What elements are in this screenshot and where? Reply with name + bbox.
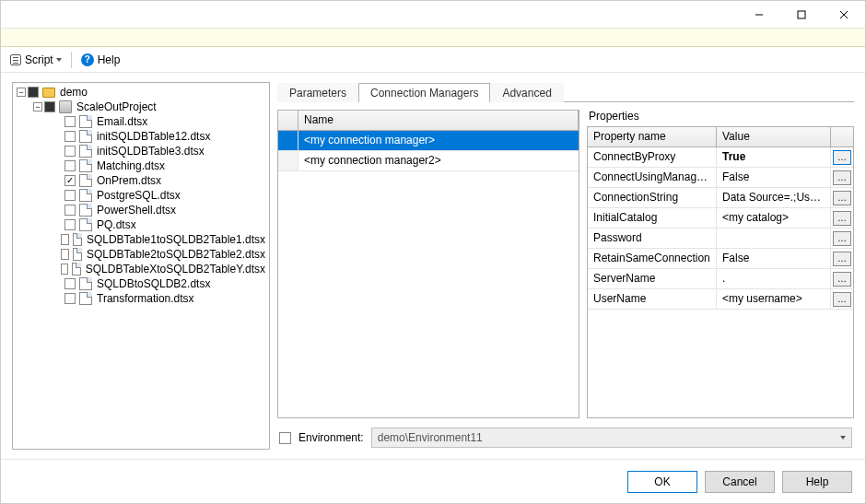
- tree-package[interactable]: PQ.dtsx: [52, 217, 265, 232]
- help-button[interactable]: Help: [782, 471, 852, 493]
- tree-root[interactable]: − demo: [17, 85, 265, 100]
- script-icon: [10, 54, 21, 65]
- tree-package[interactable]: SQLDBTable1toSQLDB2Table1.dtsx: [52, 232, 265, 247]
- help-label: Help: [806, 475, 829, 488]
- property-value[interactable]: True: [717, 147, 831, 167]
- collapse-icon[interactable]: −: [17, 88, 26, 97]
- col-property-value[interactable]: Value: [717, 127, 831, 147]
- col-name[interactable]: Name: [298, 111, 579, 130]
- checkbox[interactable]: [64, 146, 76, 157]
- ellipsis-button[interactable]: …: [833, 150, 851, 165]
- property-value[interactable]: .: [717, 269, 831, 288]
- connection-name: <my connection manager2>: [298, 151, 579, 170]
- properties-panel: Properties Property name Value ConnectBy…: [587, 110, 854, 418]
- property-value[interactable]: False: [717, 249, 831, 268]
- tree-project[interactable]: − ScaleOutProject: [33, 100, 265, 114]
- tree-package[interactable]: Transformation.dtsx: [52, 291, 265, 306]
- ellipsis-button[interactable]: …: [833, 252, 851, 266]
- property-row[interactable]: ServerName.…: [588, 269, 853, 289]
- package-tree[interactable]: − demo − ScaleOutProject: [12, 82, 270, 450]
- checkbox[interactable]: [64, 205, 76, 216]
- checkbox[interactable]: [64, 160, 76, 171]
- tree-package[interactable]: initSQLDBTable12.dtsx: [52, 129, 265, 144]
- property-name: ConnectByProxy: [588, 147, 717, 167]
- tree-package[interactable]: PowerShell.dtsx: [52, 203, 265, 217]
- property-value[interactable]: [717, 229, 831, 248]
- package-icon: [79, 159, 92, 172]
- environment-checkbox[interactable]: [279, 432, 291, 444]
- checkbox[interactable]: [64, 131, 76, 142]
- ellipsis-button[interactable]: …: [833, 292, 851, 307]
- tree-package[interactable]: Matching.dtsx: [52, 158, 265, 173]
- checkbox[interactable]: [64, 219, 76, 230]
- maximize-button[interactable]: [780, 1, 823, 29]
- tree-package-label: SQLDBTable2toSQLDB2Table2.dtsx: [87, 248, 265, 261]
- help-link[interactable]: ? Help: [81, 53, 121, 66]
- tree-package[interactable]: OnPrem.dtsx: [52, 173, 265, 188]
- properties-grid[interactable]: Property name Value ConnectByProxyTrue…C…: [587, 126, 854, 418]
- connection-row[interactable]: <my connection manager>: [278, 131, 579, 151]
- property-value[interactable]: Data Source=.;User ID=...: [717, 188, 831, 207]
- connection-managers-grid[interactable]: Name <my connection manager><my connecti…: [277, 110, 579, 418]
- property-row[interactable]: UserName<my username>…: [588, 289, 853, 310]
- package-icon: [79, 204, 92, 217]
- close-button[interactable]: [823, 1, 865, 29]
- tree-package[interactable]: initSQLDBTable3.dtsx: [52, 144, 265, 158]
- property-row[interactable]: ConnectionStringData Source=.;User ID=..…: [588, 188, 853, 208]
- tree-package[interactable]: Email.dtsx: [52, 114, 265, 129]
- checkbox[interactable]: [61, 234, 69, 245]
- tab-advanced[interactable]: Advanced: [490, 83, 563, 102]
- ellipsis-button[interactable]: …: [833, 191, 851, 205]
- tree-root-label: demo: [60, 86, 88, 99]
- property-row[interactable]: Password…: [588, 229, 853, 249]
- package-icon: [79, 145, 92, 158]
- checkbox[interactable]: [64, 116, 76, 127]
- package-icon: [79, 174, 92, 187]
- tree-package[interactable]: PostgreSQL.dtsx: [52, 188, 265, 203]
- cancel-button[interactable]: Cancel: [705, 471, 775, 493]
- tree-package-label: SQLDBTableXtoSQLDB2TableY.dtsx: [86, 263, 265, 275]
- tree-package[interactable]: SQLDBTableXtoSQLDB2TableY.dtsx: [52, 262, 265, 276]
- property-row[interactable]: ConnectUsingManagedIdentityFalse…: [588, 168, 853, 188]
- script-label: Script: [25, 53, 53, 66]
- checkbox[interactable]: [64, 293, 76, 304]
- ellipsis-button[interactable]: …: [833, 272, 851, 287]
- tree-package-label: initSQLDBTable3.dtsx: [97, 145, 205, 158]
- checkbox[interactable]: [28, 87, 39, 98]
- environment-select[interactable]: demo\Environment11: [371, 428, 852, 448]
- ok-button[interactable]: OK: [627, 471, 697, 493]
- package-icon: [79, 277, 92, 290]
- tree-package-label: SQLDBTable1toSQLDB2Table1.dtsx: [87, 233, 265, 246]
- checkbox[interactable]: [64, 278, 76, 289]
- checkbox[interactable]: [61, 264, 68, 275]
- property-row[interactable]: ConnectByProxyTrue…: [588, 147, 853, 168]
- property-row[interactable]: RetainSameConnectionFalse…: [588, 249, 853, 269]
- ellipsis-button[interactable]: …: [833, 211, 851, 226]
- tree-package[interactable]: SQLDBTable2toSQLDB2Table2.dtsx: [52, 247, 265, 262]
- dialog-footer: OK Cancel Help: [1, 459, 865, 503]
- checkbox[interactable]: [64, 190, 76, 201]
- col-property-name[interactable]: Property name: [588, 127, 717, 147]
- property-value[interactable]: False: [717, 168, 831, 187]
- collapse-icon[interactable]: −: [33, 102, 42, 111]
- connection-row[interactable]: <my connection manager2>: [278, 151, 579, 171]
- toolbar: Script ? Help: [1, 47, 865, 73]
- checkbox[interactable]: [64, 175, 76, 186]
- right-panel: ParametersConnection ManagersAdvanced Na…: [277, 82, 854, 450]
- property-value[interactable]: <my username>: [717, 289, 831, 309]
- ellipsis-button[interactable]: …: [833, 231, 851, 246]
- checkbox[interactable]: [44, 101, 55, 112]
- properties-title: Properties: [587, 110, 854, 126]
- property-value[interactable]: <my catalog>: [717, 208, 831, 228]
- cancel-label: Cancel: [722, 475, 756, 488]
- tree-package[interactable]: SQLDBtoSQLDB2.dtsx: [52, 276, 265, 291]
- property-name: ConnectUsingManagedIdentity: [588, 168, 717, 187]
- tab-connection-managers[interactable]: Connection Managers: [358, 83, 490, 102]
- help-icon: ?: [81, 53, 94, 66]
- checkbox[interactable]: [61, 249, 69, 260]
- script-dropdown[interactable]: Script: [10, 53, 62, 66]
- tab-parameters[interactable]: Parameters: [277, 83, 358, 102]
- ellipsis-button[interactable]: …: [833, 170, 851, 185]
- minimize-button[interactable]: [738, 1, 780, 29]
- property-row[interactable]: InitialCatalog<my catalog>…: [588, 208, 853, 229]
